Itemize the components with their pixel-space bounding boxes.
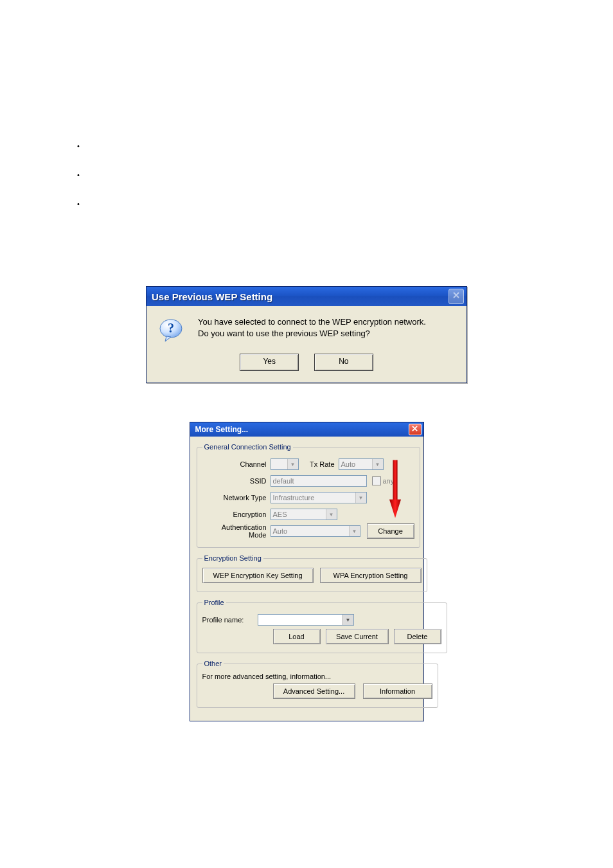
profile-name-label: Profile name: xyxy=(202,616,258,624)
close-icon[interactable] xyxy=(409,424,422,435)
question-icon: ? xyxy=(158,318,184,343)
use-previous-wep-dialog: Use Previous WEP Setting xyxy=(146,286,467,383)
bullet: • xyxy=(77,199,539,209)
advanced-setting-button[interactable]: Advanced Setting... xyxy=(273,683,355,699)
close-icon[interactable] xyxy=(449,289,464,304)
no-button[interactable]: No xyxy=(314,354,373,371)
ssid-label: SSID xyxy=(202,477,271,485)
group-legend: Encryption Setting xyxy=(202,554,263,562)
encryption-select[interactable]: AES▼ xyxy=(271,509,337,520)
group-legend: General Connection Setting xyxy=(202,443,293,451)
auth-mode-label: Authentication Mode xyxy=(202,523,271,539)
group-legend: Profile xyxy=(202,599,226,606)
profile-group: Profile Profile name: ▼ Load Save Curren… xyxy=(197,599,447,653)
information-button[interactable]: Information xyxy=(363,683,432,699)
change-button[interactable]: Change xyxy=(367,523,414,539)
dialog-title: Use Previous WEP Setting xyxy=(152,291,272,302)
dialog-message: You have selected to connect to the WEP … xyxy=(198,316,426,343)
save-current-button[interactable]: Save Current xyxy=(326,629,389,644)
dialog-titlebar[interactable]: More Setting... xyxy=(190,422,423,437)
window-title: More Setting... xyxy=(195,425,249,434)
encryption-label: Encryption xyxy=(202,511,271,518)
channel-label: Channel xyxy=(202,460,271,468)
more-setting-window: More Setting... xyxy=(190,422,424,721)
profile-name-select[interactable]: ▼ xyxy=(258,614,354,626)
general-connection-group: General Connection Setting Channel ▼ Tx … xyxy=(197,443,420,548)
other-description: For more advanced setting, information..… xyxy=(202,673,432,680)
network-type-label: Network Type xyxy=(202,494,271,502)
yes-button[interactable]: Yes xyxy=(240,354,299,371)
bullet: • xyxy=(77,141,539,151)
bullet-list: • • • xyxy=(74,141,539,209)
bullet: • xyxy=(77,170,539,180)
group-legend: Other xyxy=(202,660,224,667)
txrate-select[interactable]: Auto▼ xyxy=(339,458,384,470)
dialog-titlebar[interactable]: Use Previous WEP Setting xyxy=(147,287,466,306)
any-checkbox[interactable]: any xyxy=(372,476,395,485)
wep-key-setting-button[interactable]: WEP Encryption Key Setting xyxy=(202,568,314,583)
encryption-setting-group: Encryption Setting WEP Encryption Key Se… xyxy=(197,554,427,592)
ssid-input[interactable]: default xyxy=(271,475,367,487)
channel-select[interactable]: ▼ xyxy=(271,458,299,470)
auth-mode-select[interactable]: Auto▼ xyxy=(271,525,360,537)
network-type-select[interactable]: Infrastructure▼ xyxy=(271,492,367,503)
delete-button[interactable]: Delete xyxy=(394,629,441,644)
load-button[interactable]: Load xyxy=(273,629,321,644)
txrate-label: Tx Rate xyxy=(299,460,339,468)
wpa-setting-button[interactable]: WPA Encryption Setting xyxy=(320,568,422,583)
svg-text:?: ? xyxy=(168,321,174,335)
other-group: Other For more advanced setting, informa… xyxy=(197,660,438,708)
